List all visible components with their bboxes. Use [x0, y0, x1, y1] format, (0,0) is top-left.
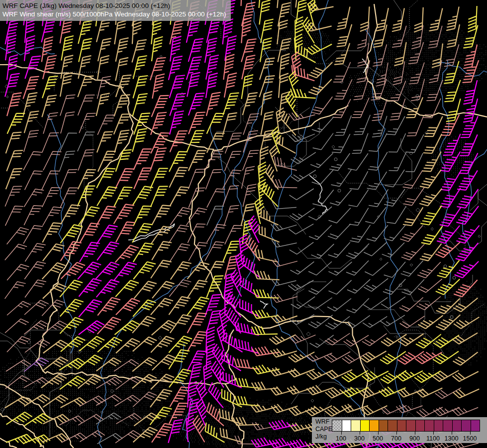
- map-title: WRF CAPE (J/kg) Wednesday 08-10-2025 00:…: [0, 0, 231, 21]
- cape-colorbar-cell: [379, 420, 388, 431]
- cape-colorbar-cell: [415, 420, 425, 431]
- cape-colorbar-cell: [388, 420, 397, 431]
- cape-colorbar-cell: [332, 420, 342, 431]
- cape-colorbar: [332, 420, 480, 432]
- cape-colorbar-cell: [452, 420, 462, 431]
- cape-colorbar-cell: [351, 420, 360, 431]
- cape-colorbar-cell: [397, 420, 406, 431]
- weather-map-viewport: WRF CAPE (J/kg) Wednesday 08-10-2025 00:…: [0, 0, 487, 448]
- cape-colorbar-cell: [424, 420, 434, 431]
- cape-colorbar-tick: [415, 432, 415, 435]
- map-title-cape-line: WRF CAPE (J/kg) Wednesday 08-10-2025 00:…: [2, 1, 226, 10]
- cape-colorbar-cell: [369, 420, 379, 431]
- map-title-shear-line: WRF Wind shear (m/s) 500/1000hPa Wednesd…: [2, 10, 226, 18]
- cape-colorbar-cell: [406, 420, 415, 431]
- cape-colorbar-tick: [378, 432, 379, 435]
- cape-colorbar-cell: [342, 420, 351, 431]
- cape-colorbar-cell: [461, 420, 471, 431]
- cape-colorbar-tick: [396, 432, 397, 435]
- cape-colorbar-tick: [341, 432, 342, 435]
- cape-colorbar-cell: [434, 420, 443, 431]
- cape-colorbar-tick-label: 1500: [459, 435, 481, 442]
- cape-colorbar-cell: [443, 420, 452, 431]
- cape-legend-label-cape: CAPE: [315, 426, 332, 433]
- cape-colorbar-tick: [452, 432, 452, 435]
- cape-colorbar-ticks: 100300500700900110013001500: [332, 432, 479, 443]
- cape-colorbar-cell: [360, 420, 370, 431]
- weather-map: [0, 0, 487, 448]
- cape-legend-label-wrf: WRF: [315, 418, 332, 426]
- cape-colorbar-cell: [471, 420, 480, 431]
- cape-colorbar-tick: [433, 432, 434, 435]
- cape-colorbar-tick: [360, 432, 360, 435]
- cape-legend: WRF CAPE J/kg 10030050070090011001300150…: [312, 417, 487, 443]
- cape-colorbar-tick: [470, 432, 471, 435]
